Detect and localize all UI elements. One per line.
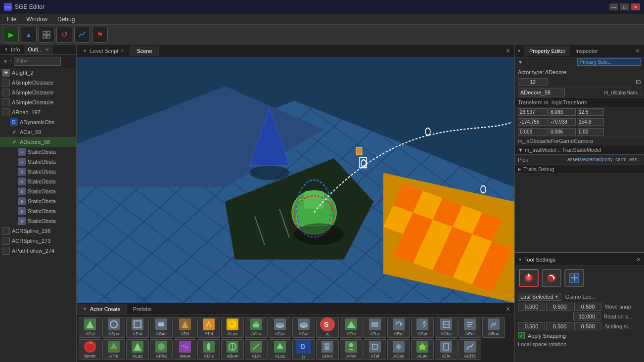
tab-level-script[interactable]: ▼ Level Script ✕ bbox=[77, 46, 131, 56]
tab-prefabs[interactable]: Prefabs bbox=[127, 304, 158, 314]
minimize-button[interactable]: — bbox=[609, 3, 618, 10]
actor-ALaz2[interactable]: ALaz bbox=[269, 339, 291, 360]
move-snap-y[interactable] bbox=[546, 303, 573, 311]
actor-wave[interactable]: wave bbox=[174, 339, 196, 360]
right-panel-close[interactable]: ✕ bbox=[631, 45, 644, 56]
tree-item-static8[interactable]: S StaticObsta bbox=[0, 216, 76, 226]
chart-button[interactable] bbox=[74, 27, 90, 43]
move-snap-x[interactable] bbox=[518, 303, 545, 311]
actor-ATin[interactable]: ATin bbox=[435, 339, 458, 360]
actor-ATex[interactable]: ATex bbox=[364, 317, 386, 338]
tree-item-static4[interactable]: S StaticObsta bbox=[0, 177, 76, 186]
rotate-tool-button[interactable] bbox=[542, 269, 561, 287]
flag-button[interactable]: ⚑ bbox=[92, 27, 108, 43]
actor-ACra[interactable]: ACra bbox=[245, 317, 268, 338]
tree-item-acar69[interactable]: ✓ ACar_69 bbox=[0, 127, 76, 137]
tree-item-static3[interactable]: S StaticObsta bbox=[0, 167, 76, 177]
transform-y1[interactable] bbox=[549, 108, 576, 116]
actor-ABum[interactable]: ABum bbox=[221, 339, 244, 360]
tab-info[interactable]: ▼ Info bbox=[0, 45, 24, 54]
actor-bomb[interactable]: bomb bbox=[79, 339, 101, 360]
scaling-snap-z[interactable] bbox=[574, 322, 601, 330]
last-selected-dropdown[interactable]: Last Selected ▼ bbox=[518, 293, 561, 301]
actor-ARoa[interactable]: ARoa bbox=[482, 317, 505, 338]
tab-outliner-close[interactable]: ✕ bbox=[45, 47, 49, 52]
level-script-close[interactable]: ✕ bbox=[120, 48, 124, 53]
name-field[interactable] bbox=[518, 89, 565, 96]
menu-window[interactable]: Window bbox=[21, 15, 52, 24]
transform-x1[interactable] bbox=[518, 108, 548, 116]
triangle-button[interactable]: ▲ bbox=[21, 27, 37, 43]
actor-ADec[interactable]: ADec bbox=[387, 339, 410, 360]
actor-ACar2[interactable]: ACar bbox=[292, 317, 315, 338]
actor-AEdi[interactable]: AEdi bbox=[459, 317, 481, 338]
actor-ASim[interactable]: ASim bbox=[150, 317, 173, 338]
actor-ALav[interactable]: ALav bbox=[411, 339, 434, 360]
tab-outliner[interactable]: Outl... ✕ bbox=[24, 45, 52, 54]
apply-snapping-check[interactable]: ✓ bbox=[518, 332, 525, 339]
filter-input[interactable] bbox=[14, 57, 61, 66]
transform-x3[interactable] bbox=[518, 128, 548, 136]
play-button[interactable]: ▶ bbox=[3, 27, 19, 43]
transform-z1[interactable] bbox=[577, 108, 604, 116]
tree-item-acrspline196[interactable]: ACRSpline_196 bbox=[0, 226, 76, 236]
tree-item-alight2[interactable]: ☀ ALight_2 bbox=[0, 68, 76, 78]
actor-ATre[interactable]: ATre bbox=[102, 339, 125, 360]
grid-button[interactable] bbox=[39, 27, 54, 43]
tab-actor-create[interactable]: ▼ Actor Create bbox=[77, 304, 127, 314]
scaling-snap-y[interactable] bbox=[546, 322, 573, 330]
rotation-value[interactable] bbox=[573, 313, 600, 320]
actor-ADoc[interactable]: ADoc bbox=[316, 339, 339, 360]
actor-APer[interactable]: APer bbox=[340, 339, 363, 360]
close-window-button[interactable]: ✕ bbox=[631, 3, 640, 10]
menu-file[interactable]: File bbox=[2, 15, 21, 24]
actor-AMis[interactable]: AMis bbox=[197, 339, 220, 360]
tree-item-adecore58[interactable]: ✓ ADecore_58 bbox=[0, 137, 76, 147]
move-snap-z[interactable] bbox=[574, 303, 601, 311]
actor-AFal[interactable]: AFal bbox=[79, 317, 101, 338]
actor-ACar1[interactable]: ACar bbox=[269, 317, 291, 338]
actor-ATel1[interactable]: ATel bbox=[174, 317, 196, 338]
transform-z3[interactable] bbox=[577, 128, 604, 136]
tab-inspector[interactable]: Inspector bbox=[570, 46, 602, 56]
tab-property-editor[interactable]: Property Editor bbox=[524, 46, 570, 56]
tree-item-acrspline273[interactable]: ACRSpline_273 bbox=[0, 236, 76, 246]
actor-APat[interactable]: APat bbox=[126, 317, 149, 338]
transform-y3[interactable] bbox=[549, 128, 576, 136]
actor-ASpa[interactable]: ASpa bbox=[102, 317, 125, 338]
scene-panel-close[interactable]: ✕ bbox=[502, 45, 514, 56]
transform-z2[interactable] bbox=[577, 118, 604, 126]
tree-item-static5[interactable]: S StaticObsta bbox=[0, 186, 76, 196]
actor-D[interactable]: D D bbox=[292, 339, 315, 360]
actor-ACR5[interactable]: ACR5 bbox=[459, 339, 481, 360]
tree-item-asimple3[interactable]: ASimpleObstacle bbox=[0, 97, 76, 107]
traits-debug-section[interactable]: ▶ Traits Debug bbox=[515, 165, 644, 174]
actor-S[interactable]: S S bbox=[316, 317, 339, 338]
tree-item-asimple2[interactable]: ASimpleObstacle bbox=[0, 88, 76, 97]
actor-APha[interactable]: APha bbox=[150, 339, 173, 360]
actor-ALaz[interactable]: ALaz bbox=[126, 339, 149, 360]
actor-ALev[interactable]: ALev bbox=[221, 317, 244, 338]
actor-ATel3[interactable]: ATel bbox=[364, 339, 386, 360]
tree-item-apathfollow274[interactable]: APathFollow_274 bbox=[0, 246, 76, 256]
tree-item-asimple1[interactable]: ASimpleObstacle bbox=[0, 78, 76, 88]
tool-settings-close[interactable]: ✕ bbox=[636, 256, 641, 263]
transform-x2[interactable] bbox=[518, 118, 548, 126]
actor-AChe[interactable]: AChe bbox=[435, 317, 458, 338]
tree-item-static2[interactable]: S StaticObsta bbox=[0, 157, 76, 167]
scale-tool-button[interactable] bbox=[564, 269, 584, 287]
viewport-3d[interactable] bbox=[77, 57, 514, 303]
scaling-snap-x[interactable] bbox=[518, 322, 545, 330]
tree-item-static6[interactable]: S StaticObsta bbox=[0, 196, 76, 206]
refresh-button[interactable]: ↺ bbox=[56, 27, 72, 43]
tree-item-aroad197[interactable]: ARoad_197 bbox=[0, 107, 76, 117]
actor-ARot[interactable]: ARot bbox=[387, 317, 410, 338]
actor-ASpi[interactable]: ASpi bbox=[411, 317, 434, 338]
transform-y2[interactable] bbox=[549, 118, 576, 126]
tree-item-adynamic[interactable]: D ADynamicObs bbox=[0, 117, 76, 127]
actor-ALin[interactable]: ALin bbox=[245, 339, 268, 360]
maximize-button[interactable]: □ bbox=[620, 3, 629, 10]
move-tool-button[interactable] bbox=[519, 269, 539, 287]
bottom-panel-close[interactable]: ✕ bbox=[502, 304, 514, 314]
tree-item-static7[interactable]: S StaticObsta bbox=[0, 206, 76, 216]
